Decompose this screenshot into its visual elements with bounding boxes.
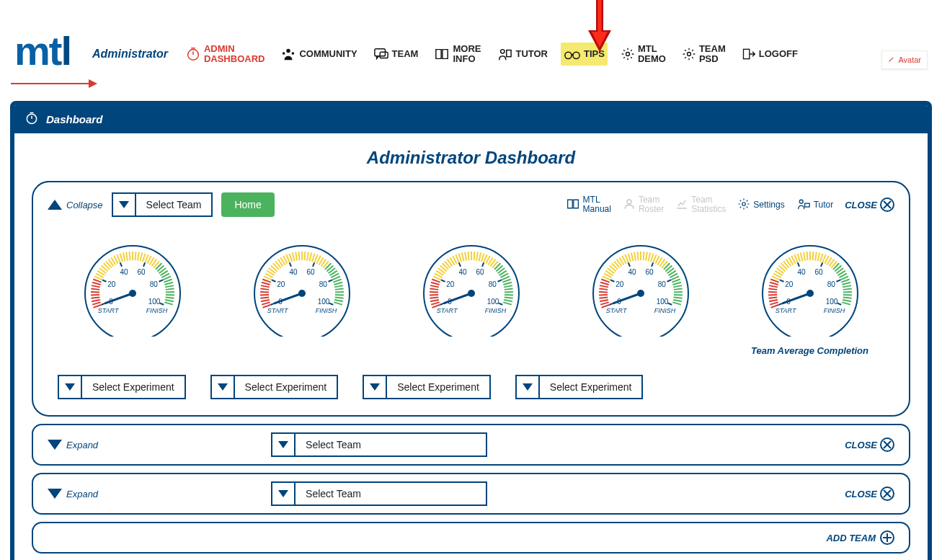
select-team-label: Select Team	[296, 483, 486, 505]
panel-tools: MTLManual TeamRoster TeamStatistics Sett…	[566, 195, 894, 213]
svg-line-279	[672, 302, 681, 304]
svg-line-207	[504, 289, 512, 290]
close-panel-button[interactable]: CLOSE	[845, 486, 894, 501]
svg-line-205	[503, 283, 512, 285]
svg-text:START: START	[775, 307, 796, 314]
add-team-button[interactable]: ADD TEAM	[826, 530, 894, 545]
svg-line-257	[646, 252, 647, 261]
avatar-button[interactable]: Avatar	[881, 50, 928, 69]
svg-line-274	[673, 289, 682, 290]
svg-text:START: START	[267, 307, 288, 314]
svg-line-340	[843, 285, 851, 287]
select-experiment-dropdown[interactable]: Select Experiment	[363, 375, 491, 399]
nav-mtl-demo[interactable]: MTLDEMO	[618, 40, 669, 69]
svg-line-37	[92, 283, 101, 285]
svg-line-185	[461, 253, 463, 262]
svg-text:40: 40	[289, 268, 298, 276]
svg-line-83	[120, 262, 121, 267]
svg-line-321	[807, 252, 807, 260]
team-panel-collapsed-1: Expand Select Team CLOSE	[32, 424, 910, 466]
close-icon	[880, 197, 894, 212]
logoff-icon	[742, 47, 756, 61]
svg-line-217	[458, 262, 460, 267]
svg-line-171	[431, 283, 440, 285]
select-team-dropdown[interactable]: Select Team	[112, 192, 213, 217]
tool-mtl-manual[interactable]: MTLManual	[566, 195, 611, 213]
svg-line-35	[91, 289, 99, 290]
select-experiment-label: Select Experiment	[540, 376, 642, 398]
svg-marker-1	[89, 79, 97, 88]
nav-team[interactable]: TEAM	[370, 43, 422, 66]
nav-community[interactable]: COMMUNITY	[277, 43, 360, 66]
svg-text:40: 40	[628, 268, 636, 276]
person-icon	[623, 197, 636, 213]
svg-line-319	[800, 253, 802, 262]
svg-text:60: 60	[306, 268, 315, 276]
svg-line-58	[142, 254, 145, 262]
tool-settings[interactable]: Settings	[737, 197, 784, 213]
svg-line-55	[135, 252, 135, 260]
nav-logoff[interactable]: LOGOFF	[739, 43, 801, 66]
select-experiment-dropdown[interactable]: Select Experiment	[58, 375, 186, 399]
svg-line-97	[262, 302, 270, 304]
svg-text:40: 40	[120, 268, 128, 276]
svg-line-99	[260, 297, 269, 298]
svg-line-75	[165, 295, 174, 295]
svg-line-258	[648, 253, 650, 262]
svg-line-167	[430, 295, 438, 295]
select-team-dropdown[interactable]: Select Team	[271, 432, 487, 457]
svg-text:40: 40	[797, 268, 806, 276]
nav-admin-dashboard[interactable]: ADMINDASHBOARD	[182, 40, 268, 69]
svg-line-326	[819, 254, 822, 262]
close-panel-button[interactable]: CLOSE	[845, 197, 894, 212]
svg-line-98	[261, 300, 270, 301]
svg-line-341	[843, 289, 851, 290]
svg-point-24	[627, 200, 631, 204]
book-icon	[566, 197, 580, 213]
expand-toggle[interactable]: Expand	[48, 440, 98, 450]
select-experiment-dropdown[interactable]: Select Experiment	[210, 375, 339, 399]
svg-line-76	[165, 297, 174, 298]
svg-text:FINISH: FINISH	[654, 307, 675, 314]
svg-line-343	[843, 295, 851, 295]
svg-text:START: START	[97, 307, 119, 314]
gauge: 020406080100STARTFINISHTeam Average Comp…	[742, 236, 879, 356]
close-icon	[880, 486, 894, 501]
home-button[interactable]: Home	[221, 192, 274, 217]
svg-line-143	[334, 297, 343, 298]
tool-team-statistics: TeamStatistics	[675, 195, 726, 213]
tool-tutor[interactable]: Tutor	[796, 197, 834, 213]
nav-team-psd[interactable]: TEAMPSD	[679, 40, 729, 69]
svg-line-166	[430, 297, 438, 298]
role-label: Administrator	[92, 48, 168, 61]
chevron-down-icon	[65, 383, 75, 391]
svg-line-38	[93, 280, 101, 283]
select-experiment-dropdown[interactable]: Select Experiment	[515, 375, 644, 399]
svg-line-306	[770, 280, 778, 283]
svg-line-184	[458, 254, 461, 262]
svg-point-12	[565, 52, 572, 58]
svg-line-232	[600, 300, 608, 301]
close-panel-button[interactable]: CLOSE	[845, 437, 894, 452]
chart-icon	[675, 197, 688, 213]
nav: ADMINDASHBOARD COMMUNITY TEAM MOREINFO T…	[182, 40, 928, 69]
expand-toggle[interactable]: Expand	[48, 489, 98, 499]
svg-line-191	[479, 253, 481, 262]
svg-line-138	[334, 283, 342, 285]
page-title: Administrator Dashboard	[32, 148, 910, 168]
nav-tips[interactable]: TIPS	[561, 43, 608, 66]
collapse-toggle[interactable]: Collapse	[48, 200, 103, 210]
svg-rect-27	[804, 203, 809, 207]
svg-line-355	[836, 280, 840, 281]
svg-text:100: 100	[148, 298, 160, 306]
dashboard-header: Dashboard	[14, 105, 928, 133]
svg-line-252	[631, 253, 633, 262]
svg-text:40: 40	[458, 268, 467, 276]
select-team-dropdown[interactable]: Select Team	[271, 481, 487, 506]
svg-line-118	[292, 253, 294, 262]
nav-more-info[interactable]: MOREINFO	[431, 40, 484, 69]
svg-line-144	[334, 300, 343, 301]
svg-line-320	[804, 252, 805, 261]
svg-line-212	[503, 302, 512, 304]
nav-tutor[interactable]: TUTOR	[494, 43, 551, 66]
